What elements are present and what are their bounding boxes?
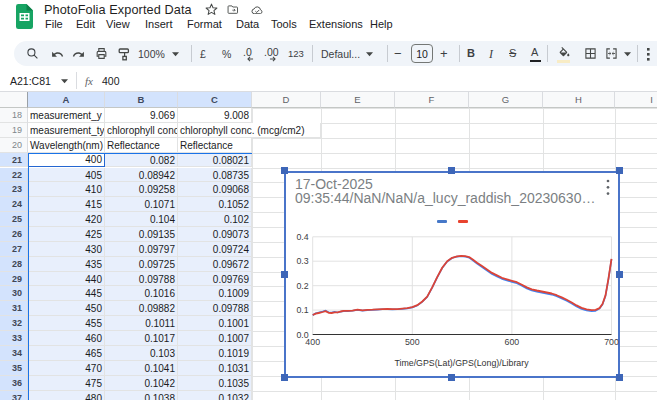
svg-text:0.3: 0.3 (296, 256, 308, 266)
svg-text:500: 500 (405, 337, 420, 347)
svg-text:0.4: 0.4 (296, 231, 308, 241)
svg-text:0.2: 0.2 (296, 280, 308, 290)
svg-text:700: 700 (604, 337, 619, 347)
svg-text:600: 600 (505, 337, 520, 347)
svg-text:0.1: 0.1 (296, 305, 308, 315)
svg-text:400: 400 (305, 337, 320, 347)
